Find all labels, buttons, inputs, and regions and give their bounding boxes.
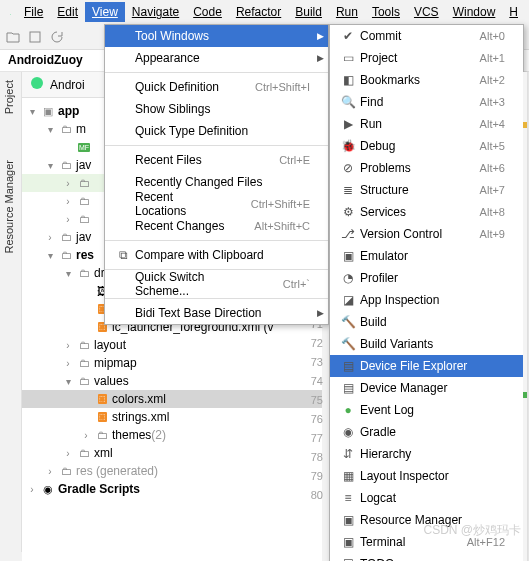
tool-window-item[interactable]: ◪App Inspection xyxy=(330,289,523,311)
menu-vcs[interactable]: VCS xyxy=(407,2,446,22)
tool-icon: ▭ xyxy=(340,51,356,65)
tool-window-item[interactable]: ☑TODO xyxy=(330,553,523,561)
menu-item[interactable]: Recent FilesCtrl+E xyxy=(105,149,328,171)
menu-item-label: Bidi Text Base Direction xyxy=(135,306,310,320)
tool-window-item[interactable]: 🔍FindAlt+3 xyxy=(330,91,523,113)
menu-item[interactable]: Bidi Text Base Direction▶ xyxy=(105,302,328,324)
tool-icon: ⊘ xyxy=(340,161,356,175)
tool-icon: ▶ xyxy=(340,117,356,131)
tool-window-item[interactable]: ≡Logcat xyxy=(330,487,523,509)
tool-window-label: Event Log xyxy=(360,403,505,417)
refresh-icon[interactable] xyxy=(50,30,64,44)
menu-run[interactable]: Run xyxy=(329,2,365,22)
menu-edit[interactable]: Edit xyxy=(50,2,85,22)
tool-icon: ▤ xyxy=(340,381,356,395)
tool-window-item[interactable]: ▣TerminalAlt+F12 xyxy=(330,531,523,553)
tool-window-label: Profiler xyxy=(360,271,505,285)
tree-node-mipmap[interactable]: ›🗀mipmap xyxy=(22,354,322,372)
tool-window-item[interactable]: ▤Device Manager xyxy=(330,377,523,399)
tool-icon: ✔ xyxy=(340,29,356,43)
tool-icon: ◔ xyxy=(340,271,356,285)
submenu-arrow-icon: ▶ xyxy=(317,308,324,318)
menu-item[interactable]: ⧉Compare with Clipboard xyxy=(105,244,328,266)
tool-window-item[interactable]: ◧BookmarksAlt+2 xyxy=(330,69,523,91)
menu-build[interactable]: Build xyxy=(288,2,329,22)
tool-window-item[interactable]: ⇵Hierarchy xyxy=(330,443,523,465)
tool-window-item[interactable]: ▦Layout Inspector xyxy=(330,465,523,487)
menu-shortcut: Alt+9 xyxy=(480,228,505,240)
tool-window-label: Device Manager xyxy=(360,381,505,395)
tool-window-item[interactable]: 🔨Build Variants xyxy=(330,333,523,355)
menu-item[interactable]: Tool Windows▶ xyxy=(105,25,328,47)
menu-item[interactable]: Recent ChangesAlt+Shift+C xyxy=(105,215,328,237)
tool-window-item[interactable]: ◉Gradle xyxy=(330,421,523,443)
tool-icon: ▦ xyxy=(340,469,356,483)
menu-shortcut: Alt+8 xyxy=(480,206,505,218)
tool-window-item[interactable]: ▣Emulator xyxy=(330,245,523,267)
gutter-tab-resource-manager[interactable]: Resource Manager xyxy=(0,152,18,262)
menu-item-label: Show Siblings xyxy=(135,102,310,116)
menu-file[interactable]: File xyxy=(17,2,50,22)
tree-node-values[interactable]: ▾🗀values xyxy=(22,372,322,390)
tool-window-item[interactable]: ◔Profiler xyxy=(330,267,523,289)
tree-node-xml[interactable]: ›🗀xml xyxy=(22,444,322,462)
package-icon: 🗀 xyxy=(77,176,91,190)
menu-shortcut: Alt+F12 xyxy=(467,536,505,548)
open-icon[interactable] xyxy=(6,30,20,44)
tool-icon: ▤ xyxy=(340,359,356,373)
menu-item[interactable]: Quick Switch Scheme...Ctrl+` xyxy=(105,273,328,295)
tool-window-label: Commit xyxy=(360,29,456,43)
folder-icon: 🗀 xyxy=(59,158,73,172)
menu-refactor[interactable]: Refactor xyxy=(229,2,288,22)
folder-icon: 🗀 xyxy=(59,122,73,136)
tree-node-layout[interactable]: ›🗀layout xyxy=(22,336,322,354)
menu-item[interactable]: Recent LocationsCtrl+Shift+E xyxy=(105,193,328,215)
menu-item[interactable]: Quick Type Definition xyxy=(105,120,328,142)
gutter-tab-project[interactable]: Project xyxy=(0,72,18,122)
tree-file-colors-xml[interactable]: ⬚colors.xml xyxy=(22,390,322,408)
tool-icon: ▣ xyxy=(340,513,356,527)
tool-window-item[interactable]: 🐞DebugAlt+5 xyxy=(330,135,523,157)
tool-window-item[interactable]: ⚙ServicesAlt+8 xyxy=(330,201,523,223)
tool-icon: 🔍 xyxy=(340,95,356,109)
tree-node-res-gen[interactable]: ›🗀res (generated) xyxy=(22,462,322,480)
menu-item[interactable]: Quick DefinitionCtrl+Shift+I xyxy=(105,76,328,98)
tool-icon: ▣ xyxy=(340,249,356,263)
tool-window-item[interactable]: ≣StructureAlt+7 xyxy=(330,179,523,201)
tool-window-item[interactable]: ▤Device File Explorer xyxy=(330,355,523,377)
menu-help[interactable]: H xyxy=(502,2,525,22)
package-icon: 🗀 xyxy=(77,212,91,226)
tool-window-label: Problems xyxy=(360,161,456,175)
tool-window-item[interactable]: 🔨Build xyxy=(330,311,523,333)
tool-window-item[interactable]: ⊘ProblemsAlt+6 xyxy=(330,157,523,179)
menu-view[interactable]: View xyxy=(85,2,125,22)
tree-node-gradle-scripts[interactable]: ›◉Gradle Scripts xyxy=(22,480,322,498)
tool-window-item[interactable]: ⎇Version ControlAlt+9 xyxy=(330,223,523,245)
tool-window-item[interactable]: ▶RunAlt+4 xyxy=(330,113,523,135)
menu-tools[interactable]: Tools xyxy=(365,2,407,22)
tool-window-item[interactable]: ▣Resource Manager xyxy=(330,509,523,531)
menu-item[interactable]: Show Siblings xyxy=(105,98,328,120)
module-icon: ▣ xyxy=(41,104,55,118)
tool-window-label: Services xyxy=(360,205,456,219)
menu-item-label: Recently Changed Files xyxy=(135,175,310,189)
tool-window-item[interactable]: ●Event Log xyxy=(330,399,523,421)
folder-icon: 🗀 xyxy=(77,266,91,280)
menu-window[interactable]: Window xyxy=(446,2,503,22)
tool-window-label: Hierarchy xyxy=(360,447,505,461)
tool-window-item[interactable]: ▭ProjectAlt+1 xyxy=(330,47,523,69)
folder-icon: 🗀 xyxy=(95,428,109,442)
tool-icon: ◉ xyxy=(340,425,356,439)
menu-shortcut: Ctrl+Shift+E xyxy=(251,198,310,210)
tool-icon: 🔨 xyxy=(340,337,356,351)
menu-navigate[interactable]: Navigate xyxy=(125,2,186,22)
tool-window-item[interactable]: ✔CommitAlt+0 xyxy=(330,25,523,47)
tree-node-themes[interactable]: ›🗀themes (2) xyxy=(22,426,322,444)
menu-code[interactable]: Code xyxy=(186,2,229,22)
tool-icon: 🐞 xyxy=(340,139,356,153)
tree-file-strings-xml[interactable]: ⬚strings.xml xyxy=(22,408,322,426)
save-icon[interactable] xyxy=(28,30,42,44)
submenu-arrow-icon: ▶ xyxy=(317,53,324,63)
menu-item[interactable]: Appearance▶ xyxy=(105,47,328,69)
folder-icon: 🗀 xyxy=(59,248,73,262)
